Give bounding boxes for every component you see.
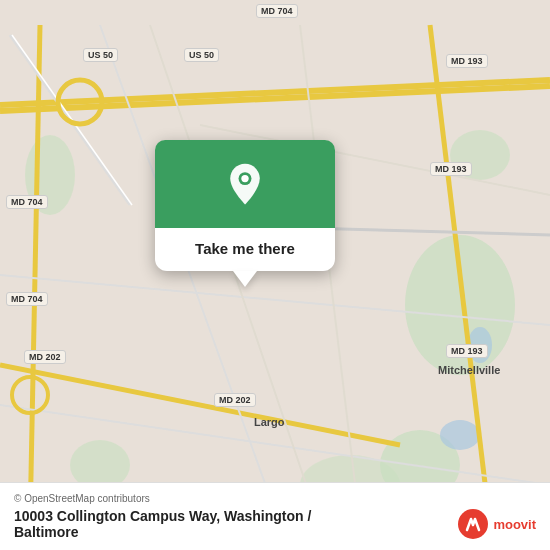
road-label-md193-mid: MD 193	[430, 162, 472, 176]
moovit-logo-icon	[457, 508, 489, 540]
road-label-us50-left: US 50	[83, 48, 118, 62]
attribution-text: © OpenStreetMap contributors	[14, 493, 536, 504]
map-container: MD 704 US 50 US 50 MD 193 MD 193 MD 193 …	[0, 0, 550, 550]
svg-point-25	[241, 175, 248, 182]
road-label-md704-top: MD 704	[256, 4, 298, 18]
svg-line-10	[30, 25, 40, 525]
location-pin-icon	[221, 162, 269, 210]
popup-green-area	[155, 140, 335, 228]
moovit-logo: moovit	[457, 508, 536, 540]
svg-line-12	[0, 365, 400, 445]
road-label-md202-bot: MD 202	[214, 393, 256, 407]
road-label-us50-right: US 50	[184, 48, 219, 62]
place-label-mitchellville: Mitchellville	[438, 364, 500, 376]
road-label-md704-left: MD 704	[6, 195, 48, 209]
footer-bar: © OpenStreetMap contributors 10003 Colli…	[0, 482, 550, 550]
road-label-md193-top: MD 193	[446, 54, 488, 68]
place-label-largo: Largo	[254, 416, 285, 428]
address-text: 10003 Collington Campus Way, Washington …	[14, 508, 457, 540]
footer-content: 10003 Collington Campus Way, Washington …	[14, 508, 536, 540]
road-label-md704-bot: MD 704	[6, 292, 48, 306]
road-label-md193-bot: MD 193	[446, 344, 488, 358]
popup-card[interactable]: Take me there	[155, 140, 335, 271]
svg-point-6	[440, 420, 480, 450]
take-me-there-button[interactable]: Take me there	[155, 228, 335, 271]
map-svg	[0, 0, 550, 550]
road-label-md202-left: MD 202	[24, 350, 66, 364]
moovit-brand-text: moovit	[493, 517, 536, 532]
